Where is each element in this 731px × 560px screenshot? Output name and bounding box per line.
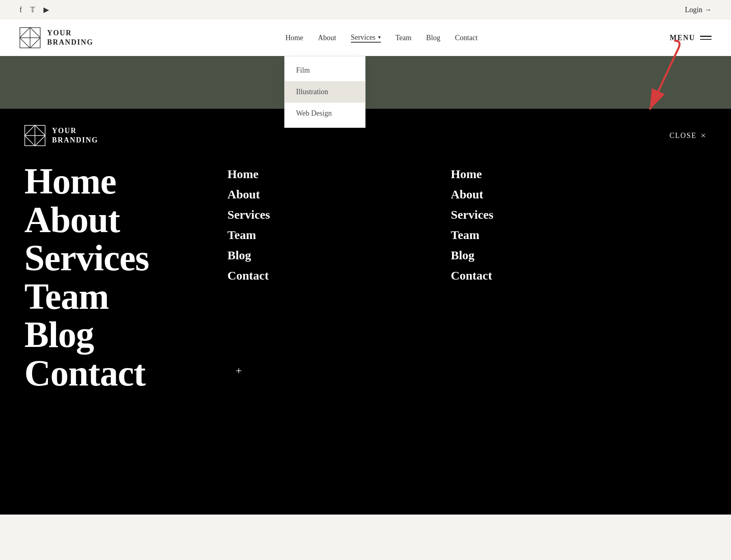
mid-nav: Home About Services Team Blog Contact (195, 162, 451, 284)
big-nav: Home About Services Team Blog Contact (24, 162, 195, 392)
login-link[interactable]: Login → (685, 6, 712, 14)
plus-icon: + (236, 364, 242, 377)
right-nav: Home About Services Team Blog Contact (451, 162, 707, 284)
mid-nav-team[interactable]: Team (227, 226, 451, 243)
overlay-logo[interactable]: YOUR BRANDING (24, 125, 98, 146)
logo[interactable]: YOUR BRANDING (19, 27, 93, 48)
right-nav-contact[interactable]: Contact (451, 267, 707, 284)
right-nav-blog[interactable]: Blog (451, 247, 707, 264)
main-nav: Home About Services ▾ Team Blog Contact (285, 33, 478, 43)
login-label: Login → (685, 6, 712, 14)
nav-services[interactable]: Services ▾ (351, 33, 381, 43)
twitter-icon[interactable]: 𝕋 (30, 5, 35, 14)
nav-about[interactable]: About (318, 34, 336, 42)
big-nav-home[interactable]: Home (24, 162, 195, 201)
social-links: f 𝕋 ▶ (19, 5, 49, 14)
menu-button[interactable]: MENU (670, 34, 712, 42)
close-button[interactable]: CLOSE × (670, 130, 707, 141)
logo-text: YOUR BRANDING (47, 28, 93, 47)
nav-contact[interactable]: Contact (455, 34, 478, 42)
dropdown-film[interactable]: Film (285, 60, 365, 81)
facebook-icon[interactable]: f (19, 6, 22, 14)
close-label: CLOSE (670, 131, 697, 140)
big-nav-blog[interactable]: Blog (24, 316, 195, 354)
right-nav-home[interactable]: Home (451, 166, 707, 183)
green-section (0, 56, 731, 109)
mid-nav-about[interactable]: About (227, 186, 451, 203)
nav-team[interactable]: Team (396, 34, 412, 42)
services-dropdown: Film Illustration Web Design (284, 56, 366, 128)
big-nav-team[interactable]: Team (24, 278, 195, 316)
big-nav-contact[interactable]: Contact (24, 354, 195, 393)
mid-nav-services[interactable]: Services (227, 206, 451, 223)
overlay-logo-text: YOUR BRANDING (52, 126, 98, 145)
right-nav-team[interactable]: Team (451, 226, 707, 243)
overlay-menu: YOUR BRANDING CLOSE × Home About Service… (0, 109, 731, 515)
big-nav-about[interactable]: About (24, 201, 195, 239)
menu-label: MENU (670, 34, 695, 42)
hamburger-icon (700, 36, 712, 40)
mid-nav-home[interactable]: Home (227, 166, 451, 183)
logo-icon (19, 27, 41, 48)
nav-blog[interactable]: Blog (426, 34, 440, 42)
overlay-header: YOUR BRANDING CLOSE × (24, 125, 707, 146)
nav-home[interactable]: Home (285, 34, 303, 42)
dropdown-illustration[interactable]: Illustration (285, 81, 365, 103)
header: YOUR BRANDING Home About Services ▾ Team… (0, 19, 731, 56)
dropdown-webdesign[interactable]: Web Design (285, 103, 365, 124)
youtube-icon[interactable]: ▶ (43, 5, 49, 14)
right-nav-about[interactable]: About (451, 186, 707, 203)
right-nav-services[interactable]: Services (451, 206, 707, 223)
mid-nav-blog[interactable]: Blog (227, 247, 451, 264)
chevron-down-icon: ▾ (378, 34, 381, 41)
top-bar: f 𝕋 ▶ Login → (0, 0, 731, 19)
mid-nav-contact[interactable]: Contact (227, 267, 451, 284)
overlay-content: Home About Services Team Blog Contact Ho… (24, 162, 707, 392)
big-nav-services[interactable]: Services (24, 239, 195, 278)
close-x-icon: × (701, 130, 707, 141)
overlay-logo-icon (24, 125, 45, 146)
